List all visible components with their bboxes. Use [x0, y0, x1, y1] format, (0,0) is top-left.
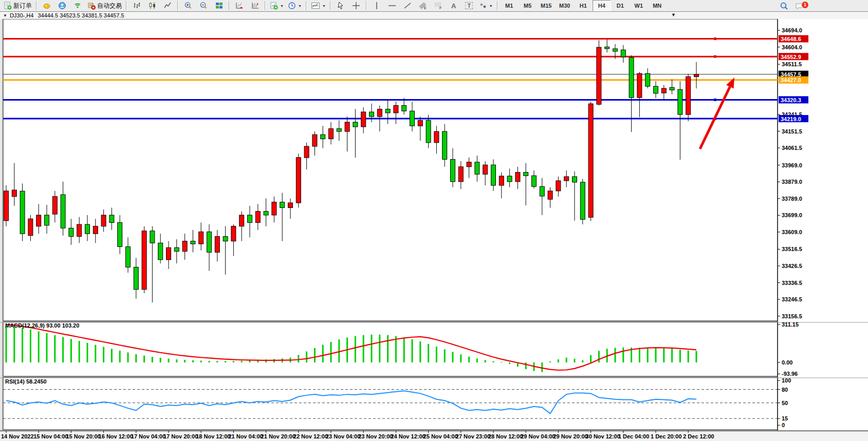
candle [499, 176, 504, 185]
period-dropdown-caret[interactable]: ▼ [298, 4, 302, 8]
candle [426, 120, 431, 142]
timeframe-m1[interactable]: M1 [500, 0, 519, 11]
chart-menu-arrow[interactable]: ▼ [671, 12, 676, 17]
line-chart-mode-button[interactable] [160, 0, 175, 11]
candle [605, 47, 610, 49]
line-handle[interactable] [714, 99, 716, 101]
candle [20, 191, 25, 234]
time-tick-label: 25 Nov 04:00 [423, 433, 458, 439]
candle [174, 247, 179, 251]
crosshair-tool-button[interactable] [348, 0, 364, 11]
axis-tick-label: 33789.0 [782, 196, 802, 202]
candle [118, 222, 122, 246]
notification-badge: 1 [801, 1, 809, 9]
arrows-dropdown-caret[interactable]: ▼ [489, 4, 493, 8]
tile-windows-button[interactable] [211, 0, 227, 11]
timeframe-m30[interactable]: M30 [556, 0, 574, 11]
candle [385, 109, 390, 113]
candle [239, 215, 244, 226]
indicators-button[interactable]: ▼ [309, 0, 328, 11]
pane-frame [3, 19, 778, 321]
candle [255, 212, 260, 223]
candle [223, 237, 228, 241]
text-tool-button[interactable]: A [446, 0, 461, 11]
cursor-tool-button[interactable] [333, 0, 348, 11]
candlestick-mode-button[interactable] [144, 0, 160, 11]
indicators-dropdown-caret[interactable]: ▼ [322, 4, 326, 8]
axis-tick-label: 34511.5 [782, 61, 802, 67]
toolbar-separator [36, 1, 37, 10]
search-button[interactable] [777, 1, 792, 12]
candle [109, 215, 114, 222]
candle [515, 172, 520, 182]
timeframe-w1[interactable]: W1 [630, 0, 648, 11]
auto-scroll-button[interactable] [232, 0, 247, 11]
line-handle[interactable] [714, 37, 716, 40]
candle [215, 237, 219, 253]
candle [458, 167, 463, 182]
time-tick-label: 23 Nov 20:00 [358, 433, 393, 439]
new-chart-dropdown-caret[interactable]: ▼ [280, 4, 284, 8]
timeframe-m5[interactable]: M5 [519, 0, 537, 11]
timeframe-m15[interactable]: M15 [537, 0, 556, 11]
new-chart-button[interactable]: ▼ [268, 0, 286, 11]
new-order-button[interactable]: 新订单 [2, 0, 34, 11]
candle [532, 176, 537, 186]
timeframe-d1[interactable]: D1 [611, 0, 630, 11]
trading-chart[interactable]: MACD(12,26,9) 93.00 103.20RSI(14) 58.245… [0, 19, 868, 441]
vertical-line-icon [374, 2, 380, 10]
candle [69, 228, 73, 236]
hline-tool-button[interactable] [384, 0, 400, 11]
candle [85, 224, 90, 234]
trendline-tool-button[interactable] [400, 0, 415, 11]
cursor-icon [337, 2, 344, 10]
zoom-out-icon [199, 2, 208, 10]
channel-tool-button[interactable]: E [415, 0, 431, 11]
candle [361, 112, 366, 127]
gold-icon [43, 2, 51, 10]
autotrading-button[interactable]: 自动交易 [85, 0, 124, 11]
toolbar-separator [126, 1, 127, 10]
chart-collapse-icon[interactable]: ▼ [3, 13, 7, 18]
candle [645, 73, 650, 86]
candle [451, 159, 455, 181]
notifications-button[interactable]: 1 [792, 1, 807, 12]
fibonacci-tool-button[interactable]: F [431, 0, 446, 11]
candle [4, 191, 9, 221]
timeframe-h1[interactable]: H1 [574, 0, 593, 11]
signal-button[interactable] [70, 0, 85, 11]
chart-shift-button[interactable] [247, 0, 263, 11]
autotrading-label: 自动交易 [97, 2, 122, 10]
main-toolbar: 新订单 自动交易 [0, 0, 868, 12]
timeframe-h4[interactable]: H4 [593, 0, 611, 11]
line-handle[interactable] [714, 55, 716, 58]
time-tick-label: 28 Nov 12:00 [488, 433, 523, 439]
search-icon [780, 2, 789, 11]
zoom-out-button[interactable] [196, 0, 211, 11]
tile-windows-icon [215, 2, 224, 10]
candle [312, 135, 317, 146]
candle [564, 177, 569, 181]
axis-tick-label: 80 [782, 387, 788, 393]
market-watch-button[interactable] [39, 0, 54, 11]
arrows-tool-button[interactable]: ▼ [477, 0, 495, 11]
chart-window-titlebar[interactable]: ▼ DJ30-,H4 34444.5 34523.5 34381.5 34457… [0, 12, 868, 19]
autotrading-icon [87, 2, 96, 10]
candle [134, 267, 138, 289]
candle [410, 111, 415, 126]
vline-tool-button[interactable] [369, 0, 384, 11]
timeframe-mn[interactable]: MN [648, 0, 667, 11]
toolbar-separator [177, 1, 178, 10]
arrows-tool-icon [479, 2, 487, 10]
community-button[interactable] [54, 0, 70, 11]
candle [191, 241, 195, 244]
chart-symbol-period: DJ30-,H4 [10, 12, 33, 18]
period-button[interactable]: ▼ [286, 0, 304, 11]
toolbar-separator [366, 1, 367, 10]
bar-chart-mode-button[interactable] [129, 0, 144, 11]
time-tick-label: 22 Nov 12:00 [293, 433, 328, 439]
candle [418, 120, 422, 126]
zoom-in-button[interactable] [180, 0, 196, 11]
candle [272, 202, 276, 215]
text-label-tool-button[interactable]: T [461, 0, 477, 11]
